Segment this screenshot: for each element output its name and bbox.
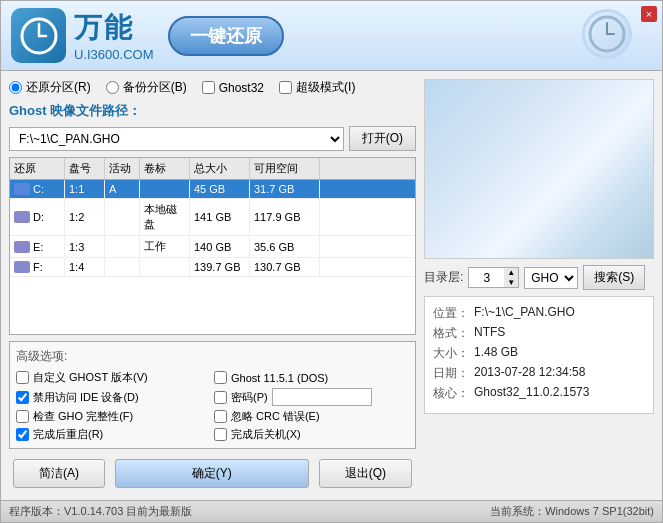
adv-option-3: 密码(P): [214, 388, 409, 406]
adv-option-2: 禁用访问 IDE 设备(D): [16, 388, 211, 406]
ghost32-checkbox[interactable]: [202, 81, 215, 94]
format-value: NTFS: [474, 325, 505, 342]
file-info-section: 位置： F:\~1\C_PAN.GHO 格式： NTFS 大小： 1.48 GB…: [424, 296, 654, 414]
adv-checkbox-5[interactable]: [214, 410, 227, 423]
format-label: 格式：: [433, 325, 469, 342]
adv-checkbox-1[interactable]: [214, 371, 227, 384]
col-active: 活动: [105, 158, 140, 179]
ghost32-label[interactable]: Ghost32: [219, 81, 264, 95]
kernel-value: Ghost32_11.0.2.1573: [474, 385, 589, 402]
adv-label-7: 完成后关机(X): [231, 427, 301, 442]
row2-total: 141 GB: [190, 199, 250, 235]
info-size-row: 大小： 1.48 GB: [433, 345, 645, 362]
adv-checkbox-2[interactable]: [16, 391, 29, 404]
ghost-path-label: Ghost 映像文件路径：: [9, 102, 416, 120]
backup-label[interactable]: 备份分区(B): [123, 79, 187, 96]
backup-radio[interactable]: [106, 81, 119, 94]
open-button[interactable]: 打开(O): [349, 126, 416, 151]
row1-restore: C:: [10, 180, 65, 198]
dir-label: 目录层:: [424, 269, 463, 286]
restore-radio[interactable]: [9, 81, 22, 94]
adv-label-0: 自定义 GHOST 版本(V): [33, 370, 148, 385]
row4-total: 139.7 GB: [190, 258, 250, 276]
adv-option-5: 忽略 CRC 错误(E): [214, 409, 409, 424]
adv-option-7: 完成后关机(X): [214, 427, 409, 442]
title-bar: 万能 U.I3600.COM 一键还原 ×: [1, 1, 662, 71]
dir-spinner[interactable]: ▲ ▼: [468, 267, 519, 288]
row3-restore: E:: [10, 236, 65, 257]
adv-checkbox-0[interactable]: [16, 371, 29, 384]
restore-radio-group[interactable]: 还原分区(R): [9, 79, 91, 96]
path-row: F:\~1\C_PAN.GHO 打开(O): [9, 126, 416, 151]
col-total: 总大小: [190, 158, 250, 179]
ghost32-checkbox-group[interactable]: Ghost32: [202, 81, 264, 95]
table-row[interactable]: E: 1:3 工作 140 GB 35.6 GB: [10, 236, 415, 258]
quit-button[interactable]: 退出(Q): [319, 459, 412, 488]
disk-icon: [14, 211, 30, 223]
password-input[interactable]: [272, 388, 372, 406]
disk-icon: [14, 183, 30, 195]
confirm-button[interactable]: 确定(Y): [115, 459, 309, 488]
supermode-label[interactable]: 超级模式(I): [296, 79, 355, 96]
adv-label-4: 检查 GHO 完整性(F): [33, 409, 133, 424]
table-row[interactable]: F: 1:4 139.7 GB 130.7 GB: [10, 258, 415, 277]
format-select[interactable]: GHO ISO: [524, 267, 578, 289]
row3-disk: 1:3: [65, 236, 105, 257]
col-restore: 还原: [10, 158, 65, 179]
info-format-row: 格式： NTFS: [433, 325, 645, 342]
dir-up-button[interactable]: ▲: [504, 268, 518, 278]
table-row[interactable]: C: 1:1 A 45 GB 31.7 GB: [10, 180, 415, 199]
options-row: 还原分区(R) 备份分区(B) Ghost32 超级模式(I): [9, 79, 416, 96]
row2-restore: D:: [10, 199, 65, 235]
dir-down-button[interactable]: ▼: [504, 278, 518, 288]
row1-total: 45 GB: [190, 180, 250, 198]
simple-button[interactable]: 简洁(A): [13, 459, 105, 488]
adv-option-6: 完成后重启(R): [16, 427, 211, 442]
date-value: 2013-07-28 12:34:58: [474, 365, 585, 382]
date-label: 日期：: [433, 365, 469, 382]
adv-checkbox-6[interactable]: [16, 428, 29, 441]
row1-free: 31.7 GB: [250, 180, 320, 198]
version-text: 程序版本：V1.0.14.703 目前为最新版: [9, 504, 192, 519]
restore-label[interactable]: 还原分区(R): [26, 79, 91, 96]
table-row[interactable]: D: 1:2 本地磁盘 141 GB 117.9 GB: [10, 199, 415, 236]
row4-disk: 1:4: [65, 258, 105, 276]
adv-checkbox-7[interactable]: [214, 428, 227, 441]
backup-radio-group[interactable]: 备份分区(B): [106, 79, 187, 96]
brand-text: 万能 U.I3600.COM: [74, 9, 153, 62]
adv-checkbox-3[interactable]: [214, 391, 227, 404]
row2-disk: 1:2: [65, 199, 105, 235]
kernel-label: 核心：: [433, 385, 469, 402]
search-button[interactable]: 搜索(S): [583, 265, 645, 290]
supermode-checkbox-group[interactable]: 超级模式(I): [279, 79, 355, 96]
row1-active: A: [105, 180, 140, 198]
advanced-section: 高级选项: 自定义 GHOST 版本(V) Ghost 11.5.1 (DOS)…: [9, 341, 416, 449]
advanced-grid: 自定义 GHOST 版本(V) Ghost 11.5.1 (DOS) 禁用访问 …: [16, 370, 409, 442]
row3-label: 工作: [140, 236, 190, 257]
adv-label-3: 密码(P): [231, 390, 268, 405]
path-select[interactable]: F:\~1\C_PAN.GHO: [9, 127, 344, 151]
logo-icon: [11, 8, 66, 63]
content-area: 还原分区(R) 备份分区(B) Ghost32 超级模式(I) Ghost 映像…: [1, 71, 662, 500]
adv-option-4: 检查 GHO 完整性(F): [16, 409, 211, 424]
location-label: 位置：: [433, 305, 469, 322]
row4-active: [105, 258, 140, 276]
dir-value-input[interactable]: [469, 271, 504, 285]
table-header: 还原 盘号 活动 卷标 总大小 可用空间: [10, 158, 415, 180]
restore-badge: 一键还原: [168, 16, 284, 56]
adv-label-2: 禁用访问 IDE 设备(D): [33, 390, 139, 405]
row4-free: 130.7 GB: [250, 258, 320, 276]
row3-free: 35.6 GB: [250, 236, 320, 257]
supermode-checkbox[interactable]: [279, 81, 292, 94]
bottom-buttons: 简洁(A) 确定(Y) 退出(Q): [9, 455, 416, 492]
preview-area: [424, 79, 654, 259]
size-label: 大小：: [433, 345, 469, 362]
adv-label-1: Ghost 11.5.1 (DOS): [231, 372, 328, 384]
status-bar: 程序版本：V1.0.14.703 目前为最新版 当前系统：Windows 7 S…: [1, 500, 662, 522]
brand-url: U.I3600.COM: [74, 47, 153, 62]
disk-table: 还原 盘号 活动 卷标 总大小 可用空间 C: 1:1 A 45 GB 31.7…: [9, 157, 416, 335]
info-location-row: 位置： F:\~1\C_PAN.GHO: [433, 305, 645, 322]
adv-checkbox-4[interactable]: [16, 410, 29, 423]
preview-image: [425, 80, 653, 258]
close-button[interactable]: ×: [641, 6, 657, 22]
